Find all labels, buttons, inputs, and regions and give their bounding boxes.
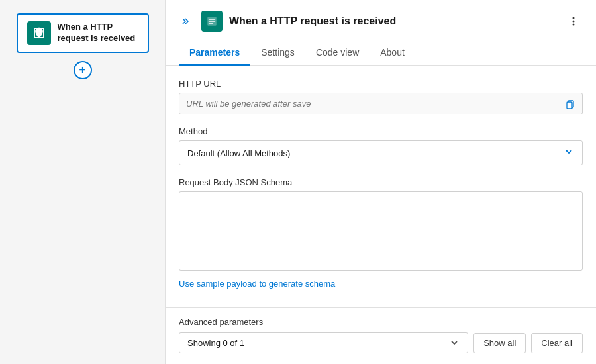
- left-panel: When a HTTP request is received +: [0, 0, 166, 364]
- panel-header: When a HTTP request is received: [166, 0, 596, 40]
- trigger-icon-box: [27, 21, 51, 45]
- panel-body: HTTP URL Method Default (Allow All Metho…: [166, 66, 596, 307]
- json-schema-textarea[interactable]: [179, 191, 583, 271]
- advanced-params-label: Advanced parameters: [179, 317, 583, 327]
- url-input[interactable]: [179, 93, 558, 114]
- method-chevron-icon: [564, 146, 574, 159]
- trigger-label: When a HTTP request is received: [58, 22, 138, 44]
- advanced-chevron-icon: [449, 338, 460, 348]
- request-body-group: Request Body JSON Schema Use sample payl…: [179, 177, 583, 289]
- tab-code-view[interactable]: Code view: [305, 40, 370, 66]
- collapse-button[interactable]: [176, 12, 195, 30]
- tab-about[interactable]: About: [370, 40, 415, 66]
- show-all-button[interactable]: Show all: [473, 333, 526, 353]
- method-label: Method: [179, 126, 583, 136]
- svg-point-2: [573, 17, 575, 19]
- panel-footer: Advanced parameters Showing 0 of 1 Show …: [166, 307, 596, 364]
- method-group: Method Default (Allow All Methods): [179, 126, 583, 165]
- panel-title: When a HTTP request is received: [229, 15, 558, 27]
- clear-all-button[interactable]: Clear all: [531, 333, 583, 353]
- http-trigger-icon: [32, 26, 46, 40]
- tab-parameters[interactable]: Parameters: [179, 40, 250, 66]
- more-options-icon: [568, 15, 579, 27]
- showing-text: Showing 0 of 1: [187, 338, 449, 348]
- method-value: Default (Allow All Methods): [187, 148, 564, 158]
- tabs-bar: Parameters Settings Code view About: [166, 40, 596, 66]
- more-options-button[interactable]: [564, 12, 583, 30]
- advanced-params-dropdown[interactable]: Showing 0 of 1: [179, 332, 468, 353]
- right-panel: When a HTTP request is received Paramete…: [166, 0, 596, 364]
- svg-rect-6: [567, 102, 572, 109]
- header-icon-box: [201, 11, 223, 32]
- method-dropdown[interactable]: Default (Allow All Methods): [179, 140, 583, 165]
- copy-icon: [565, 99, 575, 109]
- http-url-group: HTTP URL: [179, 79, 583, 114]
- request-body-label: Request Body JSON Schema: [179, 177, 583, 187]
- chevrons-right-icon: [180, 16, 191, 26]
- url-input-wrapper: [179, 93, 583, 114]
- http-url-label: HTTP URL: [179, 79, 583, 89]
- svg-point-4: [573, 24, 575, 26]
- add-step-button[interactable]: +: [74, 61, 92, 79]
- sample-payload-link[interactable]: Use sample payload to generate schema: [179, 279, 335, 289]
- advanced-controls: Showing 0 of 1 Show all Clear all: [179, 332, 583, 353]
- header-http-icon: [206, 15, 218, 27]
- svg-point-3: [573, 21, 575, 23]
- tab-settings[interactable]: Settings: [250, 40, 305, 66]
- trigger-card[interactable]: When a HTTP request is received: [17, 13, 149, 53]
- copy-url-button[interactable]: [558, 95, 582, 113]
